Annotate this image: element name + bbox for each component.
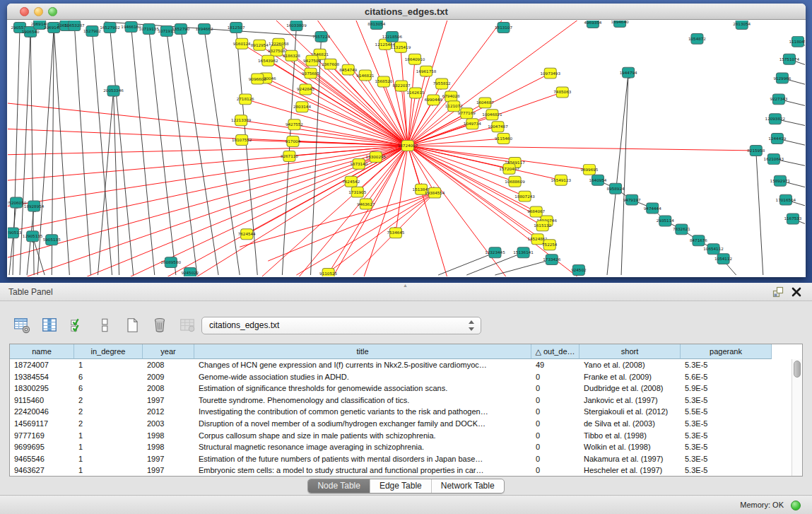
graph-node[interactable]: 1640954 <box>589 175 606 185</box>
graph-edge[interactable] <box>8 146 408 276</box>
graph-node[interactable]: 18928954 <box>24 201 45 211</box>
graph-node[interactable]: 8912954 <box>251 40 269 50</box>
graph-node[interactable]: 1733426 <box>543 255 560 265</box>
column-header-in_degree[interactable]: in_degree <box>74 344 143 359</box>
table-settings-button[interactable] <box>13 316 31 334</box>
graph-edge[interactable] <box>149 29 176 275</box>
graph-node[interactable]: 7534645 <box>387 228 404 238</box>
graph-node[interactable]: 12323445 <box>485 247 505 258</box>
graph-node[interactable]: 1615132 <box>534 221 551 231</box>
graph-node[interactable]: 9375685 <box>302 68 319 78</box>
vertical-scrollbar[interactable] <box>792 359 802 476</box>
graph-edge[interactable] <box>204 29 240 275</box>
graph-node[interactable]: 6990448 <box>425 95 442 105</box>
close-window-button[interactable] <box>20 7 29 16</box>
graph-node[interactable]: 7557224 <box>312 31 330 42</box>
graph-edge[interactable] <box>92 31 112 275</box>
tab-network-table[interactable]: Network Table <box>431 479 504 493</box>
graph-edge[interactable] <box>408 146 756 151</box>
graph-edge[interactable] <box>408 139 503 146</box>
graph-node[interactable]: 1652790 <box>172 23 189 34</box>
graph-edge[interactable] <box>282 25 296 275</box>
graph-node[interactable]: 9110525 <box>319 269 337 276</box>
table-row[interactable]: 946362711997Embryonic stem cells: a mode… <box>10 465 792 476</box>
graph-node[interactable]: 7485063 <box>553 87 571 98</box>
graph-node[interactable]: 10046821 <box>482 110 502 120</box>
graph-node[interactable]: 16527902 <box>100 22 120 33</box>
graph-edge[interactable] <box>8 146 408 276</box>
graph-node[interactable]: 917004 <box>286 136 301 147</box>
graph-node[interactable]: 752254 <box>542 240 558 250</box>
graph-node[interactable]: 2803144 <box>293 102 311 112</box>
table-select[interactable]: citations_edges.txt <box>201 317 481 334</box>
minimize-window-button[interactable] <box>34 7 43 16</box>
panel-resize-grip[interactable]: ▲ <box>403 284 410 287</box>
graph-node[interactable]: 20053346 <box>103 86 124 96</box>
graph-node[interactable]: 8813054 <box>367 21 385 29</box>
graph-node[interactable]: 1604687 <box>476 98 494 108</box>
select-all-columns-button[interactable] <box>68 316 86 334</box>
graph-node[interactable]: 9115460 <box>495 134 512 144</box>
graph-node[interactable]: 2935114 <box>657 216 674 226</box>
column-header-out_de[interactable]: △ out_de… <box>531 344 579 359</box>
graph-node[interactable]: 10688609 <box>505 176 525 187</box>
graph-edge[interactable] <box>131 27 155 275</box>
graph-node[interactable]: 1167533 <box>784 214 801 224</box>
graph-node[interactable]: 18640910 <box>405 54 425 64</box>
graph-edge[interactable] <box>607 73 628 275</box>
graph-node[interactable]: 1121072 <box>445 101 463 112</box>
graph-node[interactable]: 9227343 <box>770 94 787 105</box>
graph-edge[interactable] <box>8 146 408 276</box>
delete-rows-button[interactable] <box>151 316 169 334</box>
graph-edge[interactable] <box>621 73 628 275</box>
close-panel-icon[interactable] <box>791 286 802 298</box>
window-titlebar[interactable]: citations_edges.txt <box>7 4 806 20</box>
graph-node[interactable]: 1054872 <box>688 33 706 44</box>
graph-node[interactable]: 9474444 <box>644 203 661 214</box>
tab-edge-table[interactable]: Edge Table <box>370 479 431 493</box>
graph-edge[interactable] <box>257 79 408 146</box>
graph-node[interactable]: 1813107 <box>495 22 512 33</box>
graph-node[interactable]: 9479197 <box>623 194 641 205</box>
new-document-button[interactable] <box>123 316 141 334</box>
graph-node[interactable]: 7624542 <box>342 176 360 187</box>
table-row[interactable]: 2242004622012Investigating the contribut… <box>10 406 792 418</box>
graph-node[interactable]: 12213389 <box>231 115 252 126</box>
graph-node[interactable]: 1568520 <box>375 76 392 87</box>
graph-node[interactable]: 1894662 <box>196 23 213 34</box>
graph-node[interactable]: 6794028 <box>442 91 460 102</box>
graph-edge[interactable] <box>495 259 551 275</box>
column-header-title[interactable]: title <box>194 344 531 359</box>
graph-node[interactable]: 924502 <box>571 265 586 276</box>
graph-node[interactable]: 7955812 <box>433 78 451 89</box>
graph-node[interactable]: 9245022 <box>181 268 199 276</box>
toggle-columns-button[interactable] <box>40 316 59 334</box>
graph-node[interactable]: 10047487 <box>488 122 508 132</box>
graph-edge[interactable] <box>167 31 197 275</box>
network-canvas[interactable]: 1872400791601248912954122260589327508165… <box>8 21 805 276</box>
graph-node[interactable]: 9129966 <box>773 73 791 83</box>
graph-edge[interactable] <box>408 146 547 221</box>
graph-edge[interactable] <box>305 89 408 146</box>
graph-node[interactable]: 8215958 <box>747 146 765 156</box>
graph-edge[interactable] <box>408 146 495 276</box>
graph-node[interactable]: 1118045 <box>789 36 805 47</box>
graph-node[interactable]: 18807243 <box>514 191 535 201</box>
table-row[interactable]: 1456911722003Disruption of a novel membe… <box>10 418 792 430</box>
graph-node[interactable]: 16033809 <box>286 21 307 30</box>
graph-node[interactable]: 16210643 <box>764 153 784 164</box>
graph-node[interactable]: 7832621 <box>673 224 690 235</box>
network-graph[interactable]: 1872400791601248912954122260589327508165… <box>8 21 805 276</box>
graph-edge[interactable] <box>181 29 218 275</box>
graph-node[interactable]: 1049734 <box>464 119 481 129</box>
graph-node[interactable]: 9146821 <box>356 70 374 81</box>
graph-edge[interactable] <box>240 193 435 247</box>
table-row[interactable]: 1938455462009Genome-wide association stu… <box>10 371 792 383</box>
table-row[interactable]: 946554611997Estimation of the future num… <box>10 453 792 465</box>
column-header-year[interactable]: year <box>143 344 194 359</box>
graph-edge[interactable] <box>33 236 45 275</box>
zoom-window-button[interactable] <box>48 7 57 16</box>
graph-edge[interactable] <box>8 146 408 240</box>
graph-edge[interactable] <box>268 193 435 261</box>
graph-node[interactable]: 15892971 <box>770 175 791 186</box>
